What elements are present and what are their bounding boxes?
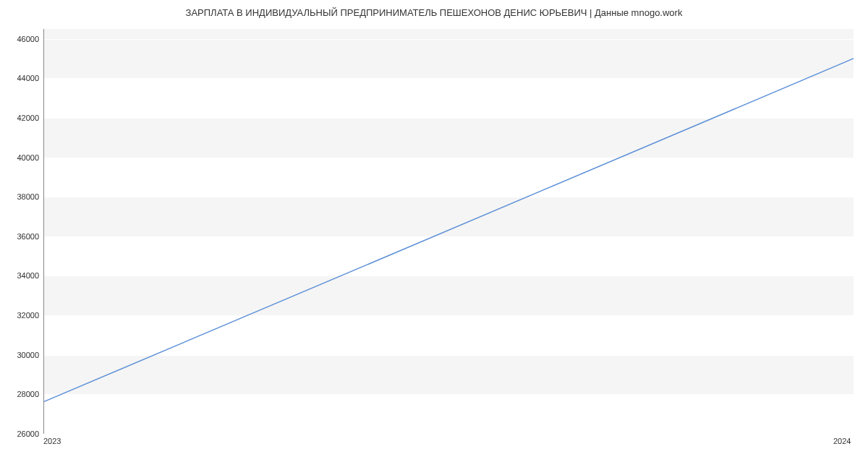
salary-line-chart: ЗАРПЛАТА В ИНДИВИДУАЛЬНЫЙ ПРЕДПРИНИМАТЕЛ… — [0, 0, 868, 470]
series-line — [44, 59, 854, 401]
y-tick-label: 28000 — [3, 390, 39, 398]
x-tick-0: 2023 — [43, 437, 61, 445]
line-layer — [44, 29, 854, 433]
y-tick-label: 26000 — [3, 430, 39, 438]
y-tick-label: 38000 — [3, 192, 39, 201]
y-tick-label: 42000 — [3, 114, 39, 122]
x-tick-1: 2024 — [833, 437, 851, 445]
y-tick-label: 32000 — [3, 311, 39, 320]
y-tick-label: 44000 — [3, 74, 39, 82]
y-tick-label: 30000 — [3, 351, 39, 359]
y-gridline — [44, 434, 854, 435]
plot-area — [43, 29, 854, 434]
chart-title: ЗАРПЛАТА В ИНДИВИДУАЛЬНЫЙ ПРЕДПРИНИМАТЕЛ… — [0, 7, 868, 18]
y-tick-label: 46000 — [3, 35, 39, 43]
y-tick-label: 34000 — [3, 271, 39, 280]
y-tick-label: 40000 — [3, 153, 39, 162]
y-tick-label: 36000 — [3, 232, 39, 241]
